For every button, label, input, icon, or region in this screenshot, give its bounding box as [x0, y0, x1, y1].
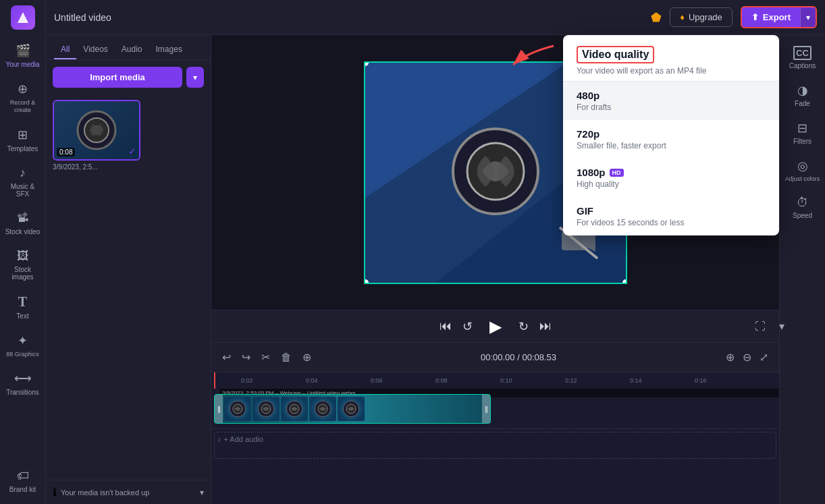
- clip-left-handle[interactable]: ‖: [215, 395, 223, 423]
- ruler-mark-3: 0:08: [435, 377, 500, 384]
- fade-icon: ◑: [797, 83, 808, 98]
- export-button-group: ⬆ Export ▾: [741, 6, 817, 28]
- right-tool-fade[interactable]: ◑ Fade: [781, 78, 824, 113]
- add-audio-label: ♪ + Add audio: [217, 435, 263, 443]
- ruler-mark-2: 0:06: [371, 377, 435, 384]
- video-clip[interactable]: ‖: [214, 394, 491, 424]
- delete-button[interactable]: 🗑: [278, 349, 294, 366]
- graphics-icon: ✦: [18, 333, 28, 348]
- redo-button[interactable]: ↪: [239, 348, 253, 366]
- fit-button[interactable]: ⤢: [757, 348, 771, 366]
- duplicate-button[interactable]: ⊕: [300, 348, 314, 366]
- video-quality-header: Video quality Your video will export as …: [563, 35, 779, 82]
- skip-back-button[interactable]: ⏮: [440, 319, 452, 333]
- right-tool-captions[interactable]: CC Captions: [781, 40, 824, 75]
- video-quality-title: Video quality: [582, 49, 649, 61]
- tab-videos[interactable]: Videos: [76, 40, 114, 59]
- sidebar-item-music-sfx[interactable]: ♪ Music & SFX: [1, 161, 45, 203]
- handle-bottom-right[interactable]: [622, 279, 627, 284]
- quality-480p-desc: For drafts: [577, 103, 766, 112]
- sidebar-item-stock-images[interactable]: 🖼 Stock images: [1, 244, 45, 286]
- ruler-mark-5: 0:12: [565, 377, 630, 384]
- timeline-area: ↩ ↪ ✂ 🗑 ⊕ 00:00.00 / 00:08.53 ⊕ ⊖: [211, 342, 779, 504]
- quality-option-480p[interactable]: 480p For drafts: [563, 82, 779, 120]
- media-thumbnail[interactable]: 0:08 ✓: [53, 100, 140, 161]
- sidebar-item-graphics[interactable]: ✦ 88 Graphics: [1, 328, 45, 363]
- stock-images-icon: 🖼: [17, 249, 29, 263]
- upgrade-button[interactable]: ♦ Upgrade: [670, 7, 733, 27]
- tab-images[interactable]: Images: [149, 40, 189, 59]
- speed-icon: ⏱: [797, 196, 809, 210]
- video-quality-title-box: Video quality: [577, 46, 654, 63]
- timeline-toolbar: ↩ ↪ ✂ 🗑 ⊕ 00:00.00 / 00:08.53 ⊕ ⊖: [211, 343, 779, 372]
- backup-text: Your media isn't backed up: [61, 488, 196, 497]
- zoom-out-button[interactable]: ⊖: [740, 348, 754, 366]
- ruler-mark-7: 0:16: [695, 377, 760, 384]
- clip-thumb-1: [224, 397, 251, 421]
- tab-audio[interactable]: Audio: [115, 40, 149, 59]
- clip-thumbnails: [223, 395, 482, 422]
- info-icon: ℹ: [53, 486, 57, 499]
- clip-right-handle[interactable]: ‖: [482, 395, 490, 423]
- clip-thumb-2: [252, 397, 280, 421]
- tab-all[interactable]: All: [54, 40, 76, 59]
- import-row: Import media ▾: [46, 60, 211, 94]
- forward-5s-button[interactable]: ↻: [518, 319, 529, 334]
- adjust-colors-icon: ◎: [797, 159, 808, 173]
- sidebar-item-your-media[interactable]: 🎬 Your media: [1, 38, 45, 74]
- thumb-duration: 0:08: [57, 148, 75, 157]
- record-create-icon: ⊕: [18, 82, 28, 96]
- playback-controls: ⏮ ↺ ▶ ↻ ⏭ ⛶ ▾: [211, 310, 779, 342]
- topbar-title: Untitled video: [54, 12, 643, 23]
- handle-top-left[interactable]: [364, 61, 369, 66]
- gem-icon: ♦: [680, 12, 685, 22]
- sidebar-item-text[interactable]: T Text: [1, 289, 45, 325]
- timeline-tracks: 3/9/2023, 2:53:03 PM – Webcam – Untitled…: [211, 389, 779, 504]
- play-button[interactable]: ▶: [483, 314, 508, 339]
- sidebar-item-brand[interactable]: 🏷 Brand kit: [1, 464, 45, 499]
- zoom-in-button[interactable]: ⊕: [723, 348, 737, 366]
- right-tool-filters[interactable]: ⊟ Filters: [781, 115, 824, 150]
- fullscreen-button[interactable]: ⛶: [755, 320, 766, 333]
- expand-chevron-button[interactable]: ▾: [779, 320, 784, 333]
- clip-thumb-3: [281, 397, 308, 421]
- right-tool-speed[interactable]: ⏱ Speed: [781, 190, 824, 225]
- rewind-5s-button[interactable]: ↺: [462, 319, 473, 334]
- video-quality-subtitle: Your video will export as an MP4 file: [577, 66, 766, 76]
- upload-icon: ⬆: [751, 12, 759, 22]
- app-logo: [11, 5, 35, 30]
- timeline-time: 00:00.00 / 00:08.53: [481, 352, 556, 362]
- music-note-icon: ♪: [217, 435, 221, 443]
- backup-notice: ℹ Your media isn't backed up ▾: [46, 480, 211, 504]
- left-sidebar: 🎬 Your media ⊕ Record &create ⊞ Template…: [0, 0, 46, 504]
- audio-track: ♪ + Add audio: [214, 432, 776, 459]
- import-media-button[interactable]: Import media: [53, 67, 182, 88]
- sidebar-item-templates[interactable]: ⊞ Templates: [1, 122, 45, 158]
- cut-button[interactable]: ✂: [259, 348, 273, 366]
- topbar-icons: ⬟: [651, 10, 662, 25]
- skip-forward-button[interactable]: ⏭: [539, 319, 552, 333]
- svg-marker-0: [18, 12, 28, 23]
- handle-bottom-left[interactable]: [364, 279, 369, 284]
- timeline-ruler: 0:02 0:04 0:06 0:08 0:10 0:12 0:14 0:16: [211, 372, 779, 389]
- ruler-mark-4: 0:10: [500, 377, 565, 384]
- sidebar-item-transitions[interactable]: ⟷ Transitions: [1, 366, 45, 401]
- quality-option-gif[interactable]: GIF For videos 15 seconds or less: [563, 197, 779, 235]
- topbar: Untitled video ⬟ ♦ Upgrade ⬆ Export ▾: [46, 0, 825, 35]
- quality-option-1080p[interactable]: 1080p HD High quality: [563, 159, 779, 197]
- export-chevron-button[interactable]: ▾: [800, 8, 816, 27]
- import-media-chevron[interactable]: ▾: [186, 67, 204, 88]
- ruler-mark-1: 0:04: [306, 377, 371, 384]
- quality-option-720p[interactable]: 720p Smaller file, faster export: [563, 120, 779, 159]
- media-panel: All Videos Audio Images Import media ▾: [46, 35, 211, 504]
- playhead[interactable]: [214, 372, 215, 389]
- thumb-checkmark: ✓: [128, 146, 136, 157]
- video-quality-panel: Video quality Your video will export as …: [563, 35, 779, 235]
- transitions-icon: ⟷: [14, 371, 32, 386]
- sidebar-item-record-create[interactable]: ⊕ Record &create: [1, 76, 45, 119]
- sidebar-item-stock-video[interactable]: 📽 Stock video: [1, 206, 45, 241]
- quality-1080p-desc: High quality: [577, 179, 766, 189]
- export-button[interactable]: ⬆ Export: [742, 7, 800, 27]
- undo-button[interactable]: ↩: [219, 348, 234, 366]
- right-tool-adjust-colors[interactable]: ◎ Adjust colors: [781, 153, 824, 188]
